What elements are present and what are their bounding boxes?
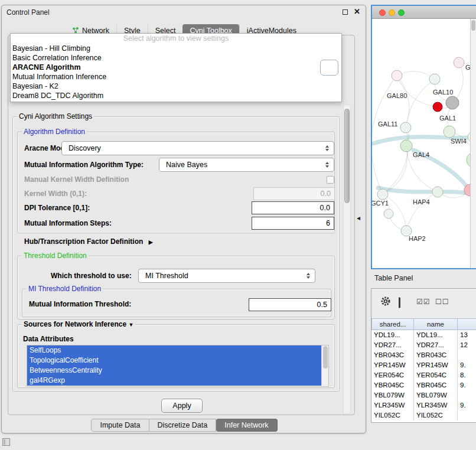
attribute-item[interactable]: BetweennessCentrality bbox=[27, 366, 321, 376]
kernel-width-field[interactable] bbox=[253, 187, 335, 200]
network-node[interactable] bbox=[446, 96, 459, 109]
attribute-item[interactable]: TopologicalCoefficient bbox=[27, 356, 321, 366]
column-header-partial[interactable] bbox=[458, 318, 476, 330]
table-cell[interactable]: YLR345W bbox=[414, 400, 458, 410]
mi-steps-field[interactable] bbox=[252, 217, 334, 230]
table-cell[interactable]: YDR27... bbox=[371, 340, 414, 350]
table-cell[interactable]: 9. bbox=[458, 380, 476, 390]
tab-infer-network[interactable]: Infer Network bbox=[216, 419, 277, 432]
apply-button[interactable]: Apply bbox=[161, 399, 203, 413]
table-row[interactable]: YBR045CYBR045C9. bbox=[371, 380, 476, 390]
table-row[interactable]: YIL052CYIL052C bbox=[371, 410, 476, 420]
hub-definition-expander[interactable]: Hub/Transcription Factor Definition ▶ bbox=[24, 237, 153, 247]
network-edge[interactable] bbox=[383, 146, 407, 194]
settings-scrollbar[interactable] bbox=[343, 105, 351, 414]
table-row[interactable]: YDL19...YDL19...13 bbox=[371, 330, 476, 340]
mi-type-select[interactable]: Naive Bayes bbox=[159, 158, 334, 172]
table-cell[interactable]: YPR145W bbox=[414, 360, 458, 370]
table-cell[interactable]: 12 bbox=[458, 340, 476, 350]
table-cell[interactable]: 9. bbox=[458, 360, 476, 370]
network-window-titlebar[interactable] bbox=[372, 6, 476, 19]
algorithm-option[interactable]: Bayesian - K2 bbox=[11, 81, 341, 91]
column-header-name[interactable]: name bbox=[414, 318, 458, 330]
minimize-traffic-light[interactable] bbox=[389, 9, 395, 16]
algorithm-option[interactable]: Bayesian - Hill Climbing bbox=[11, 44, 341, 53]
table-cell[interactable]: YBR045C bbox=[414, 380, 458, 390]
network-node[interactable] bbox=[400, 140, 412, 152]
table-cell[interactable]: YER054C bbox=[371, 370, 414, 380]
table-cell[interactable]: YER054C bbox=[414, 370, 458, 380]
table-cell[interactable]: YDL19... bbox=[371, 330, 414, 340]
algorithm-option[interactable]: Mutual Information Inference bbox=[11, 72, 341, 81]
restore-panel-icon[interactable] bbox=[2, 438, 10, 446]
algorithm-option[interactable]: Basic Correlation Inference bbox=[11, 53, 341, 63]
gear-icon[interactable] bbox=[380, 295, 392, 309]
attribute-item[interactable]: SelfLoops bbox=[27, 345, 321, 356]
select-all-columns-icon[interactable]: ☑☑ bbox=[416, 298, 431, 306]
network-edge[interactable] bbox=[406, 192, 438, 231]
tab-discretize-data[interactable]: Discretize Data bbox=[149, 419, 217, 432]
table-cell[interactable]: 13 bbox=[458, 330, 476, 340]
table-row[interactable]: YDR27...YDR27...12 bbox=[371, 340, 476, 350]
network-node[interactable] bbox=[454, 57, 464, 68]
table-cell[interactable]: YDR27... bbox=[414, 340, 458, 350]
collapse-panel-arrow[interactable]: ◂ bbox=[357, 214, 360, 222]
network-edge-highlighted[interactable] bbox=[378, 188, 476, 195]
column-header-shared-name[interactable]: shared... bbox=[371, 318, 414, 330]
close-traffic-light[interactable] bbox=[379, 9, 386, 16]
table-cell[interactable]: YIL052C bbox=[371, 410, 414, 420]
table-cell[interactable] bbox=[458, 410, 476, 420]
network-node[interactable] bbox=[377, 189, 388, 200]
node-label: GAL80 bbox=[387, 92, 407, 99]
network-edge[interactable] bbox=[406, 79, 435, 128]
tab-impute-data[interactable]: Impute Data bbox=[91, 419, 149, 432]
network-node[interactable] bbox=[384, 209, 393, 219]
table-row[interactable]: YBR043CYBR043C bbox=[371, 350, 476, 360]
mi-threshold-field[interactable] bbox=[249, 298, 331, 311]
network-node[interactable] bbox=[433, 102, 442, 112]
table-cell[interactable]: YBR043C bbox=[414, 350, 458, 360]
list-scrollbar[interactable] bbox=[321, 345, 328, 386]
combo-arrows-icon bbox=[325, 145, 329, 151]
table-cell[interactable]: 9. bbox=[458, 400, 476, 410]
float-window-icon[interactable] bbox=[343, 9, 348, 15]
table-cell[interactable]: YBL079W bbox=[414, 390, 458, 400]
scrollbar-thumb[interactable] bbox=[471, 20, 475, 31]
table-cell[interactable]: YDL19... bbox=[414, 330, 458, 340]
table-cell[interactable] bbox=[458, 390, 476, 400]
table-cell[interactable]: 8. bbox=[458, 370, 476, 380]
table-cell[interactable]: YBR045C bbox=[371, 380, 414, 390]
scrollbar-thumb[interactable] bbox=[323, 346, 328, 369]
show-columns-icon[interactable] bbox=[399, 297, 400, 308]
table-row[interactable]: YER054CYER054C8. bbox=[371, 370, 476, 380]
table-row[interactable]: YLR345WYLR345W9. bbox=[371, 400, 476, 410]
algorithm-option-selected[interactable]: ARACNE Algorithm bbox=[11, 63, 341, 72]
which-threshold-select[interactable]: MI Threshold bbox=[138, 269, 315, 283]
table-cell[interactable]: YIL052C bbox=[414, 410, 458, 420]
sources-expander[interactable]: Sources for Network Inference ▼ bbox=[22, 320, 135, 330]
scrollbar-thumb[interactable] bbox=[344, 109, 350, 203]
table-cell[interactable]: YBR043C bbox=[371, 350, 414, 360]
table-row[interactable]: YPR145WYPR145W9. bbox=[371, 360, 476, 370]
algorithm-option[interactable]: Dream8 DC_TDC Algorithm bbox=[11, 91, 341, 100]
table-cell[interactable]: YBL079W bbox=[371, 390, 414, 400]
network-node[interactable] bbox=[432, 187, 443, 197]
network-edge[interactable] bbox=[397, 71, 435, 79]
network-scrollbar[interactable] bbox=[470, 19, 476, 268]
zoom-traffic-light[interactable] bbox=[398, 9, 405, 16]
table-cell[interactable] bbox=[458, 350, 476, 360]
network-node[interactable] bbox=[444, 126, 455, 138]
network-node[interactable] bbox=[392, 70, 402, 81]
close-icon[interactable]: ✕ bbox=[354, 7, 360, 16]
deselect-all-columns-icon[interactable]: ☐☐ bbox=[435, 298, 449, 306]
network-node[interactable] bbox=[400, 122, 411, 133]
attribute-item[interactable]: gal4RGexp bbox=[27, 376, 321, 386]
manual-kernel-checkbox[interactable] bbox=[327, 176, 334, 184]
dpi-tolerance-field[interactable] bbox=[252, 201, 334, 214]
table-cell[interactable]: YPR145W bbox=[371, 360, 414, 370]
table-cell[interactable]: YLR345W bbox=[371, 400, 414, 410]
table-row[interactable]: YBL079WYBL079W bbox=[371, 390, 476, 400]
aracne-mode-select[interactable]: Discovery bbox=[61, 141, 334, 155]
network-canvas[interactable]: GAL80GAL10GAL11GAL1SWI4GAL4GCY1HAP4HAP2G… bbox=[372, 19, 476, 268]
network-node[interactable] bbox=[429, 74, 440, 84]
